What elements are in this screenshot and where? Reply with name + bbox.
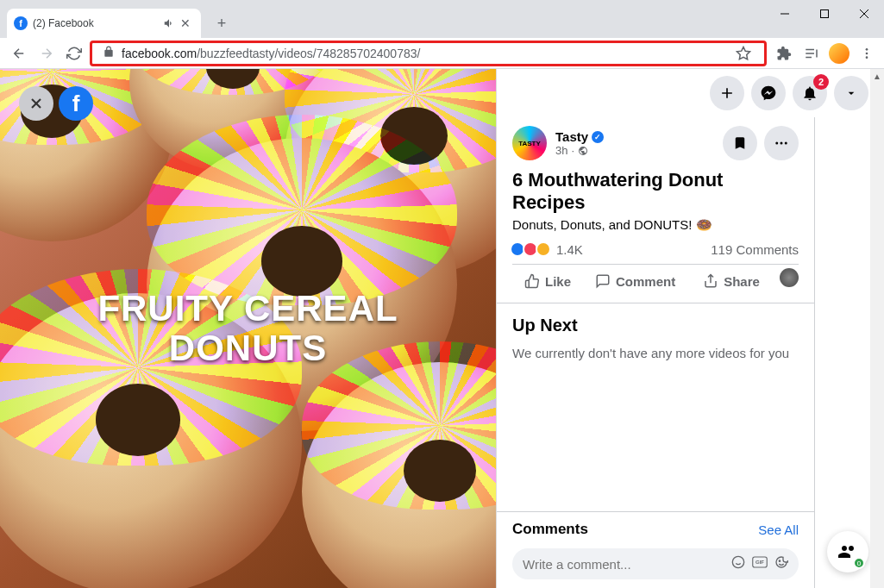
account-menu-button[interactable]: [834, 76, 868, 110]
new-tab-button[interactable]: +: [210, 11, 234, 35]
post-details: Tasty ✓ 3h · 6 Mouthwatering Donut Recip…: [497, 117, 815, 303]
chat-contacts-button[interactable]: 0: [827, 531, 868, 572]
svg-point-6: [866, 56, 868, 59]
up-next-message: We currently don't have any more videos …: [512, 346, 799, 360]
comment-button[interactable]: Comment: [583, 268, 687, 294]
reload-button[interactable]: [62, 41, 86, 66]
scroll-up-icon[interactable]: ▲: [870, 69, 884, 83]
emoji-icon[interactable]: [731, 555, 745, 572]
globe-icon: [578, 146, 588, 156]
browser-toolbar: facebook.com/buzzfeedtasty/videos/748285…: [0, 38, 884, 69]
svg-point-15: [779, 560, 780, 561]
close-video-button[interactable]: [19, 86, 53, 121]
video-player[interactable]: f FRUITY CEREAL DONUTS: [0, 69, 496, 588]
wow-reaction-icon: [536, 241, 551, 257]
video-overlay-text: FRUITY CEREAL DONUTS: [0, 289, 496, 368]
comment-count[interactable]: 119 Comments: [711, 242, 799, 257]
tab-favicon: f: [14, 16, 28, 30]
svg-point-9: [775, 142, 778, 145]
back-button[interactable]: [7, 41, 31, 66]
svg-rect-1: [821, 10, 829, 18]
comments-heading: Comments: [512, 521, 588, 538]
extensions-icon[interactable]: [774, 43, 794, 64]
lock-icon: [103, 46, 115, 61]
svg-point-10: [781, 142, 783, 145]
like-button[interactable]: Like: [512, 268, 583, 294]
chrome-menu-icon[interactable]: [856, 43, 877, 64]
share-button[interactable]: Share: [691, 268, 772, 294]
share-icon: [703, 273, 718, 289]
page-avatar[interactable]: [512, 126, 547, 160]
see-all-comments-link[interactable]: See All: [758, 522, 799, 537]
url-text: facebook.com/buzzfeedtasty/videos/748285…: [122, 47, 420, 60]
notification-badge: 2: [813, 74, 829, 90]
browser-titlebar: f (2) Facebook ✕ +: [0, 0, 884, 38]
bookmark-icon[interactable]: [733, 43, 754, 64]
save-post-button[interactable]: [723, 126, 757, 160]
close-window-button[interactable]: [844, 0, 884, 28]
svg-point-12: [732, 556, 743, 567]
svg-point-4: [866, 48, 868, 51]
comments-section: Comments See All GIF: [497, 511, 815, 588]
post-title: 6 Mouthwatering Donut Recipes: [512, 169, 799, 214]
post-description: Donuts, Donuts, and DONUTS! 🍩: [512, 217, 799, 233]
comment-icon: [595, 273, 611, 289]
reaction-count: 1.4K: [556, 242, 583, 257]
minimize-button[interactable]: [765, 0, 805, 28]
reading-list-icon[interactable]: [801, 43, 822, 64]
online-count-badge: 0: [853, 557, 865, 569]
create-button[interactable]: [710, 76, 744, 110]
messenger-button[interactable]: [751, 76, 786, 110]
profile-avatar[interactable]: [829, 43, 850, 64]
forward-button[interactable]: [34, 41, 59, 66]
up-next-heading: Up Next: [512, 316, 799, 335]
scrollbar[interactable]: ▲: [870, 69, 884, 588]
window-controls: [765, 0, 884, 28]
side-panel: 2 Tasty ✓ 3h ·: [496, 69, 884, 588]
notifications-button[interactable]: 2: [793, 76, 827, 110]
svg-text:GIF: GIF: [755, 560, 764, 565]
browser-tab[interactable]: f (2) Facebook ✕: [7, 9, 201, 38]
page-name[interactable]: Tasty ✓: [555, 129, 604, 144]
post-menu-button[interactable]: [764, 126, 799, 160]
facebook-header: 2: [497, 69, 884, 117]
sticker-icon[interactable]: [774, 555, 788, 572]
svg-point-5: [866, 52, 868, 54]
reactions-summary[interactable]: 1.4K: [512, 241, 583, 257]
tab-title: (2) Facebook: [33, 17, 158, 29]
share-as-avatar[interactable]: [780, 268, 799, 287]
comment-input-box[interactable]: GIF: [512, 548, 799, 579]
maximize-button[interactable]: [805, 0, 844, 28]
tab-audio-icon[interactable]: [163, 17, 175, 29]
post-timestamp: 3h ·: [555, 144, 604, 157]
gif-icon[interactable]: GIF: [752, 556, 768, 572]
verified-badge-icon: ✓: [592, 131, 604, 143]
address-bar[interactable]: facebook.com/buzzfeedtasty/videos/748285…: [90, 41, 767, 66]
comment-input[interactable]: [523, 557, 724, 572]
thumbs-up-icon: [524, 273, 540, 289]
page-content: f FRUITY CEREAL DONUTS 2 Tasty ✓: [0, 69, 884, 588]
facebook-logo[interactable]: f: [59, 86, 93, 121]
tab-close-icon[interactable]: ✕: [180, 16, 194, 30]
svg-point-11: [785, 142, 787, 145]
up-next-section: Up Next We currently don't have any more…: [497, 303, 815, 511]
